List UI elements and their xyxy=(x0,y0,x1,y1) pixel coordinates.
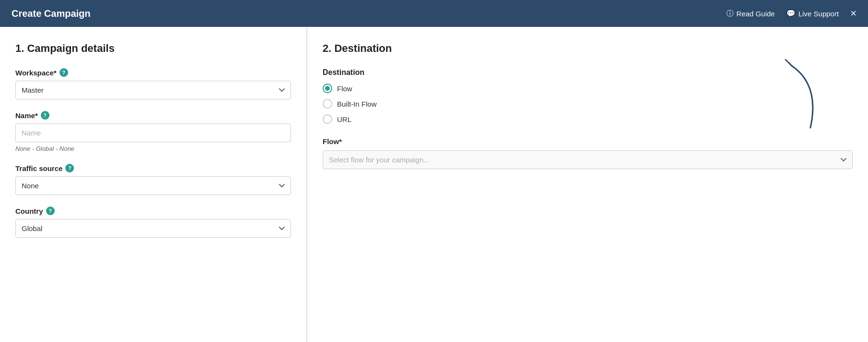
campaign-details-title: 1. Campaign details xyxy=(15,42,291,55)
name-label: Name* ? xyxy=(15,111,291,120)
destination-label: Destination xyxy=(323,68,853,77)
header: Create Campaign ⓘ Read Guide 💬 Live Supp… xyxy=(0,0,868,27)
flow-select-wrapper: Select flow for your campaign... xyxy=(323,150,853,169)
chat-icon: 💬 xyxy=(786,9,796,18)
right-panel: 2. Destination Destination Flow Built-In xyxy=(307,27,868,342)
radio-flow[interactable] xyxy=(323,84,332,93)
name-hint: None - Global - None xyxy=(15,145,291,152)
left-panel: 1. Campaign details Workspace* ? Master … xyxy=(0,27,307,342)
destination-group: Destination Flow Built-In Flow URL xyxy=(323,68,853,124)
radio-item-url[interactable]: URL xyxy=(323,114,853,124)
country-field-group: Country ? Global xyxy=(15,207,291,238)
name-input[interactable] xyxy=(15,123,291,142)
destination-title: 2. Destination xyxy=(323,42,853,55)
flow-label: Flow* xyxy=(323,137,853,146)
country-select[interactable]: Global xyxy=(15,219,291,238)
radio-item-flow[interactable]: Flow xyxy=(323,84,853,93)
radio-built-in-flow[interactable] xyxy=(323,99,332,109)
flow-select[interactable]: Select flow for your campaign... xyxy=(323,150,853,169)
traffic-source-help-icon[interactable]: ? xyxy=(65,164,74,172)
close-button[interactable]: × xyxy=(850,8,856,19)
question-icon: ⓘ xyxy=(726,9,734,18)
header-title: Create Campaign xyxy=(12,8,91,19)
flow-field-group: Flow* Select flow for your campaign... xyxy=(323,137,853,169)
radio-url-label: URL xyxy=(337,115,351,123)
country-help-icon[interactable]: ? xyxy=(46,207,55,215)
traffic-source-select[interactable]: None xyxy=(15,176,291,195)
name-help-icon[interactable]: ? xyxy=(41,111,49,120)
workspace-field-group: Workspace* ? Master xyxy=(15,68,291,99)
header-actions: ⓘ Read Guide 💬 Live Support × xyxy=(726,8,856,19)
live-support-button[interactable]: 💬 Live Support xyxy=(786,9,839,18)
radio-url[interactable] xyxy=(323,114,332,124)
radio-flow-label: Flow xyxy=(337,85,352,93)
traffic-source-field-group: Traffic source ? None xyxy=(15,164,291,195)
radio-built-in-flow-label: Built-In Flow xyxy=(337,100,377,108)
workspace-help-icon[interactable]: ? xyxy=(60,68,68,77)
workspace-select[interactable]: Master xyxy=(15,81,291,99)
traffic-source-label: Traffic source ? xyxy=(15,164,291,172)
destination-radio-group: Flow Built-In Flow URL xyxy=(323,84,853,124)
name-field-group: Name* ? None - Global - None xyxy=(15,111,291,152)
workspace-label: Workspace* ? xyxy=(15,68,291,77)
main-content: 1. Campaign details Workspace* ? Master … xyxy=(0,27,868,342)
country-label: Country ? xyxy=(15,207,291,215)
read-guide-button[interactable]: ⓘ Read Guide xyxy=(726,9,775,18)
radio-item-built-in-flow[interactable]: Built-In Flow xyxy=(323,99,853,109)
